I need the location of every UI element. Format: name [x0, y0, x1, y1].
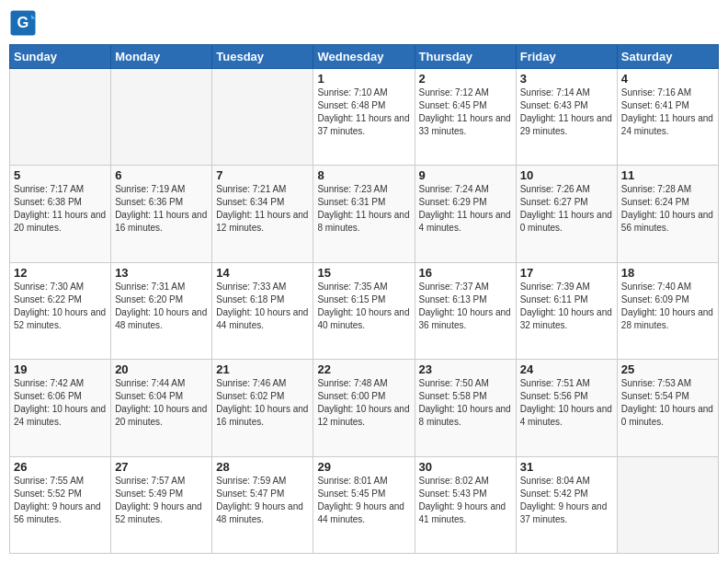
day-number: 5 [14, 168, 107, 182]
day-number: 14 [216, 266, 309, 280]
day-info: Sunrise: 7:17 AM Sunset: 6:38 PM Dayligh… [14, 183, 107, 235]
calendar-cell: 21Sunrise: 7:46 AM Sunset: 6:02 PM Dayli… [212, 360, 313, 456]
calendar-week-row: 12Sunrise: 7:30 AM Sunset: 6:22 PM Dayli… [10, 262, 719, 359]
calendar-cell: 11Sunrise: 7:28 AM Sunset: 6:24 PM Dayli… [617, 166, 718, 262]
calendar-cell: 13Sunrise: 7:31 AM Sunset: 6:20 PM Dayli… [111, 262, 212, 359]
calendar-cell: 3Sunrise: 7:14 AM Sunset: 6:43 PM Daylig… [516, 69, 617, 166]
weekday-header-cell: Monday [111, 45, 212, 69]
day-info: Sunrise: 7:12 AM Sunset: 6:45 PM Dayligh… [419, 86, 512, 138]
weekday-header-cell: Thursday [415, 45, 516, 69]
calendar-cell: 10Sunrise: 7:26 AM Sunset: 6:27 PM Dayli… [516, 166, 617, 262]
calendar-cell: 8Sunrise: 7:23 AM Sunset: 6:31 PM Daylig… [313, 166, 415, 262]
day-info: Sunrise: 7:51 AM Sunset: 5:56 PM Dayligh… [520, 377, 613, 429]
day-info: Sunrise: 7:59 AM Sunset: 5:47 PM Dayligh… [216, 475, 309, 526]
calendar-cell: 31Sunrise: 8:04 AM Sunset: 5:42 PM Dayli… [516, 456, 617, 553]
day-number: 7 [216, 168, 309, 182]
calendar-cell [111, 69, 212, 166]
calendar-cell: 4Sunrise: 7:16 AM Sunset: 6:41 PM Daylig… [617, 69, 718, 166]
day-info: Sunrise: 7:30 AM Sunset: 6:22 PM Dayligh… [14, 281, 107, 332]
day-number: 24 [520, 362, 613, 376]
calendar-cell: 9Sunrise: 7:24 AM Sunset: 6:29 PM Daylig… [415, 166, 516, 262]
day-number: 6 [115, 168, 208, 182]
day-info: Sunrise: 7:23 AM Sunset: 6:31 PM Dayligh… [317, 183, 410, 235]
weekday-header-cell: Tuesday [212, 45, 313, 69]
calendar-cell: 14Sunrise: 7:33 AM Sunset: 6:18 PM Dayli… [212, 262, 313, 359]
day-info: Sunrise: 7:37 AM Sunset: 6:13 PM Dayligh… [419, 281, 512, 332]
day-info: Sunrise: 7:24 AM Sunset: 6:29 PM Dayligh… [419, 183, 512, 235]
calendar-cell: 2Sunrise: 7:12 AM Sunset: 6:45 PM Daylig… [415, 69, 516, 166]
day-info: Sunrise: 7:26 AM Sunset: 6:27 PM Dayligh… [520, 183, 613, 235]
calendar-cell: 18Sunrise: 7:40 AM Sunset: 6:09 PM Dayli… [617, 262, 718, 359]
calendar-cell: 15Sunrise: 7:35 AM Sunset: 6:15 PM Dayli… [313, 262, 415, 359]
calendar-cell: 29Sunrise: 8:01 AM Sunset: 5:45 PM Dayli… [313, 456, 415, 553]
calendar-week-row: 26Sunrise: 7:55 AM Sunset: 5:52 PM Dayli… [10, 456, 719, 553]
day-number: 9 [419, 168, 512, 182]
day-number: 16 [419, 266, 512, 280]
weekday-header-cell: Saturday [617, 45, 718, 69]
day-info: Sunrise: 7:10 AM Sunset: 6:48 PM Dayligh… [317, 86, 410, 138]
day-number: 29 [317, 460, 410, 474]
day-number: 11 [621, 168, 714, 182]
calendar-cell: 28Sunrise: 7:59 AM Sunset: 5:47 PM Dayli… [212, 456, 313, 553]
day-number: 8 [317, 168, 410, 182]
day-number: 20 [115, 362, 208, 376]
weekday-header-cell: Friday [516, 45, 617, 69]
calendar-cell: 5Sunrise: 7:17 AM Sunset: 6:38 PM Daylig… [10, 166, 111, 262]
header: G [9, 9, 719, 37]
calendar-week-row: 5Sunrise: 7:17 AM Sunset: 6:38 PM Daylig… [10, 166, 719, 262]
day-info: Sunrise: 7:50 AM Sunset: 5:58 PM Dayligh… [419, 377, 512, 429]
day-number: 28 [216, 460, 309, 474]
day-info: Sunrise: 7:16 AM Sunset: 6:41 PM Dayligh… [621, 86, 714, 138]
day-number: 13 [115, 266, 208, 280]
calendar-week-row: 19Sunrise: 7:42 AM Sunset: 6:06 PM Dayli… [10, 360, 719, 456]
day-info: Sunrise: 7:19 AM Sunset: 6:36 PM Dayligh… [115, 183, 208, 235]
logo: G [9, 9, 40, 37]
day-number: 19 [14, 362, 107, 376]
day-number: 30 [419, 460, 512, 474]
page: G SundayMondayTuesdayWednesdayThursdayFr… [0, 0, 728, 563]
day-info: Sunrise: 8:01 AM Sunset: 5:45 PM Dayligh… [317, 475, 410, 526]
weekday-header-cell: Sunday [10, 45, 111, 69]
calendar-cell: 30Sunrise: 8:02 AM Sunset: 5:43 PM Dayli… [415, 456, 516, 553]
day-info: Sunrise: 8:04 AM Sunset: 5:42 PM Dayligh… [520, 475, 613, 526]
day-number: 1 [317, 72, 410, 86]
calendar-cell: 17Sunrise: 7:39 AM Sunset: 6:11 PM Dayli… [516, 262, 617, 359]
day-number: 25 [621, 362, 714, 376]
calendar-cell: 6Sunrise: 7:19 AM Sunset: 6:36 PM Daylig… [111, 166, 212, 262]
calendar-cell: 20Sunrise: 7:44 AM Sunset: 6:04 PM Dayli… [111, 360, 212, 456]
calendar-cell: 1Sunrise: 7:10 AM Sunset: 6:48 PM Daylig… [313, 69, 415, 166]
day-info: Sunrise: 7:57 AM Sunset: 5:49 PM Dayligh… [115, 475, 208, 526]
calendar-table: SundayMondayTuesdayWednesdayThursdayFrid… [9, 44, 719, 554]
day-number: 2 [419, 72, 512, 86]
day-number: 27 [115, 460, 208, 474]
weekday-header-cell: Wednesday [313, 45, 415, 69]
day-number: 23 [419, 362, 512, 376]
calendar-week-row: 1Sunrise: 7:10 AM Sunset: 6:48 PM Daylig… [10, 69, 719, 166]
day-info: Sunrise: 7:48 AM Sunset: 6:00 PM Dayligh… [317, 377, 410, 429]
calendar-cell: 24Sunrise: 7:51 AM Sunset: 5:56 PM Dayli… [516, 360, 617, 456]
day-number: 31 [520, 460, 613, 474]
day-info: Sunrise: 7:44 AM Sunset: 6:04 PM Dayligh… [115, 377, 208, 429]
calendar-cell: 19Sunrise: 7:42 AM Sunset: 6:06 PM Dayli… [10, 360, 111, 456]
day-info: Sunrise: 7:39 AM Sunset: 6:11 PM Dayligh… [520, 281, 613, 332]
day-number: 15 [317, 266, 410, 280]
day-info: Sunrise: 7:28 AM Sunset: 6:24 PM Dayligh… [621, 183, 714, 235]
day-number: 22 [317, 362, 410, 376]
day-number: 10 [520, 168, 613, 182]
day-number: 4 [621, 72, 714, 86]
calendar-cell: 26Sunrise: 7:55 AM Sunset: 5:52 PM Dayli… [10, 456, 111, 553]
day-number: 18 [621, 266, 714, 280]
calendar-cell: 7Sunrise: 7:21 AM Sunset: 6:34 PM Daylig… [212, 166, 313, 262]
day-number: 12 [14, 266, 107, 280]
svg-text:G: G [17, 14, 29, 30]
day-info: Sunrise: 7:33 AM Sunset: 6:18 PM Dayligh… [216, 281, 309, 332]
day-info: Sunrise: 7:53 AM Sunset: 5:54 PM Dayligh… [621, 377, 714, 429]
day-info: Sunrise: 8:02 AM Sunset: 5:43 PM Dayligh… [419, 475, 512, 526]
logo-icon: G [9, 9, 37, 37]
calendar-cell: 16Sunrise: 7:37 AM Sunset: 6:13 PM Dayli… [415, 262, 516, 359]
day-number: 21 [216, 362, 309, 376]
weekday-header-row: SundayMondayTuesdayWednesdayThursdayFrid… [10, 45, 719, 69]
day-info: Sunrise: 7:35 AM Sunset: 6:15 PM Dayligh… [317, 281, 410, 332]
day-number: 3 [520, 72, 613, 86]
calendar-cell: 22Sunrise: 7:48 AM Sunset: 6:00 PM Dayli… [313, 360, 415, 456]
